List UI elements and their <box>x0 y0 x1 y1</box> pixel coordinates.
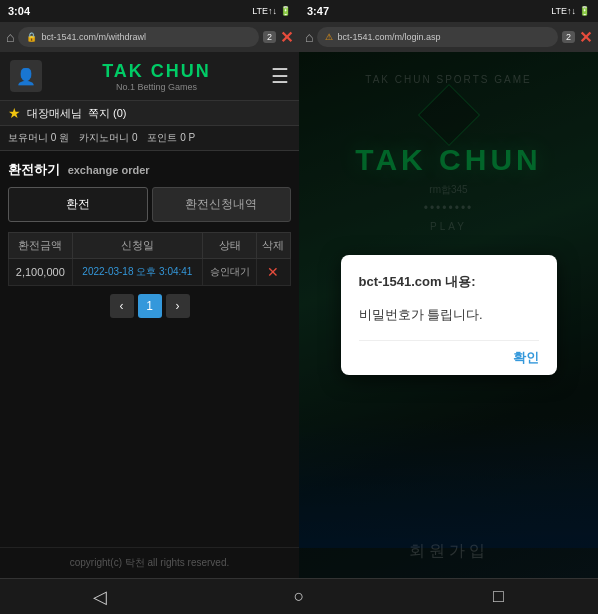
table-cell-amount: 2,100,000 <box>9 259 73 286</box>
nav-home-button[interactable]: ○ <box>199 586 398 607</box>
user-avatar: 👤 <box>10 60 42 92</box>
left-url-bar[interactable]: 🔒 bct-1541.com/m/withdrawl <box>18 27 259 47</box>
right-home-nav-icon[interactable]: ⌂ <box>305 29 313 45</box>
right-tab-badge[interactable]: 2 <box>562 31 575 43</box>
pagination: ‹ 1 › <box>8 286 291 326</box>
exchange-tabs: 환전 환전신청내역 <box>8 187 291 222</box>
pagination-page-1-button[interactable]: 1 <box>138 294 162 318</box>
bottom-nav: ◁ ○ □ <box>0 578 598 614</box>
left-battery-icon: 🔋 <box>280 6 291 16</box>
dialog-message: 비밀번호가 틀립니다. <box>359 305 539 325</box>
right-signal-icon: LTE↑↓ <box>551 6 576 16</box>
left-url-text: bct-1541.com/m/withdrawl <box>41 32 146 42</box>
right-url-text: bct-1541.com/m/login.asp <box>337 32 440 42</box>
nav-back-button[interactable]: ◁ <box>0 586 199 608</box>
left-status-bar: 3:04 LTE↑↓ 🔋 <box>0 0 299 22</box>
dialog-overlay: bct-1541.com 내용: 비밀번호가 틀립니다. 확인 <box>299 52 598 578</box>
dialog-title: bct-1541.com 내용: <box>359 273 539 291</box>
left-home-nav-icon[interactable]: ⌂ <box>6 29 14 45</box>
table-header-amount: 환전금액 <box>9 233 73 259</box>
pagination-prev-button[interactable]: ‹ <box>110 294 134 318</box>
pagination-next-button[interactable]: › <box>166 294 190 318</box>
brand-name: TAK CHUN <box>102 61 211 82</box>
right-address-bar: ⌂ ⚠ bct-1541.com/m/login.asp 2 ✕ <box>299 22 598 52</box>
wallet-balance: 보유머니 0 원 <box>8 131 69 145</box>
left-time: 3:04 <box>8 5 30 17</box>
table-header-date: 신청일 <box>72 233 203 259</box>
brand-logo-area: TAK CHUN No.1 Betting Games <box>102 61 211 92</box>
left-address-bar: ⌂ 🔒 bct-1541.com/m/withdrawl 2 ✕ <box>0 22 299 52</box>
table-header-status: 상태 <box>203 233 257 259</box>
site-header: 👤 TAK CHUN No.1 Betting Games ☰ <box>0 52 299 101</box>
left-footer: copyright(c) 탁천 all rights reserved. <box>0 547 299 578</box>
left-close-tab-icon[interactable]: ✕ <box>280 28 293 47</box>
right-status-bar: 3:47 LTE↑↓ 🔋 <box>299 0 598 22</box>
user-info-bar: ★ 대장매세님 쪽지 (0) <box>0 101 299 126</box>
table-cell-status: 승인대기 <box>203 259 257 286</box>
exchange-section: 환전하기 exchange order 환전 환전신청내역 <box>0 151 299 332</box>
right-battery-icon: 🔋 <box>579 6 590 16</box>
exchange-tab-button[interactable]: 환전 <box>8 187 148 222</box>
poke-count-label[interactable]: 쪽지 (0) <box>88 106 127 121</box>
user-name-label: 대장매세님 <box>27 106 82 121</box>
right-close-tab-icon[interactable]: ✕ <box>579 28 592 47</box>
table-row: 2,100,000 2022-03-18 오후 3:04:41 승인대기 ✕ <box>9 259 291 286</box>
star-icon: ★ <box>8 105 21 121</box>
nav-recent-button[interactable]: □ <box>399 586 598 607</box>
exchange-history-tab-button[interactable]: 환전신청내역 <box>152 187 292 222</box>
dialog-confirm-button[interactable]: 확인 <box>513 349 539 367</box>
menu-icon[interactable]: ☰ <box>271 64 289 88</box>
dialog-box: bct-1541.com 내용: 비밀번호가 틀립니다. 확인 <box>341 255 557 376</box>
exchange-table: 환전금액 신청일 상태 삭제 2,100,000 2022-03-18 오후 3… <box>8 232 291 286</box>
exchange-title: 환전하기 exchange order <box>8 161 291 179</box>
left-lock-icon: 🔒 <box>26 32 37 42</box>
right-url-bar[interactable]: ⚠ bct-1541.com/m/login.asp <box>317 27 558 47</box>
table-cell-delete[interactable]: ✕ <box>256 259 290 286</box>
right-panel: TAK CHUN SPORTS GAME TAK CHUN rm합345 •••… <box>299 52 598 578</box>
table-cell-date[interactable]: 2022-03-18 오후 3:04:41 <box>72 259 203 286</box>
brand-sub: No.1 Betting Games <box>116 82 197 92</box>
point-balance: 포인트 0 P <box>147 131 195 145</box>
table-header-delete: 삭제 <box>256 233 290 259</box>
dialog-actions: 확인 <box>359 340 539 367</box>
right-time: 3:47 <box>307 5 329 17</box>
right-warning-icon: ⚠ <box>325 32 333 42</box>
balance-bar: 보유머니 0 원 카지노머니 0 포인트 0 P <box>0 126 299 151</box>
left-tab-badge[interactable]: 2 <box>263 31 276 43</box>
left-signal-icon: LTE↑↓ <box>252 6 277 16</box>
left-panel: 👤 TAK CHUN No.1 Betting Games ☰ ★ 대장매세님 … <box>0 52 299 578</box>
casino-balance: 카지노머니 0 <box>79 131 137 145</box>
